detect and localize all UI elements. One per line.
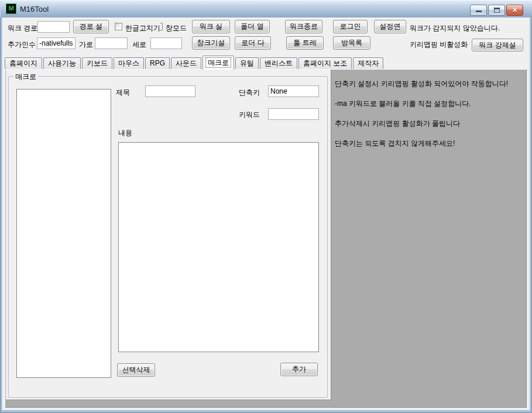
keyword-input[interactable] bbox=[268, 108, 319, 120]
titlebar[interactable]: M M16Tool ✕ bbox=[0, 0, 532, 18]
height-input[interactable] bbox=[150, 37, 182, 49]
caption-buttons: ✕ bbox=[469, 5, 523, 16]
extra-args-input[interactable] bbox=[37, 37, 75, 49]
content-textarea[interactable] bbox=[118, 142, 319, 352]
content-label: 내용 bbox=[118, 128, 132, 138]
work-status-text: 워크가 감지되지 않았습니다. bbox=[410, 23, 500, 33]
minimize-button[interactable] bbox=[470, 5, 487, 16]
help-line-1: 단축키 설정시 키리맵핑 활성화 되어있어야 작동합니다! bbox=[335, 79, 522, 89]
width-label: 가로 bbox=[79, 40, 93, 50]
title-input[interactable] bbox=[145, 85, 195, 97]
tab-rpg[interactable]: RPG bbox=[145, 57, 170, 69]
hotkey-input[interactable] bbox=[268, 85, 319, 97]
settings-button[interactable]: 설정연 bbox=[374, 20, 406, 33]
close-icon: ✕ bbox=[507, 6, 523, 14]
tab-keyboard[interactable]: 키보드 bbox=[82, 57, 112, 69]
maximize-button[interactable] bbox=[488, 5, 505, 16]
tab-sound[interactable]: 사운드 bbox=[171, 57, 201, 69]
tab-mouse[interactable]: 마우스 bbox=[114, 57, 144, 69]
keymap-status-text: 키리맵핑 비활성화 bbox=[410, 40, 468, 50]
macro-tab-page: 매크로 제목 단축키 키워드 내용 선택삭제 추가 단축키 설정시 키리맵핑 활… bbox=[5, 69, 527, 408]
clipped-checkbox[interactable] bbox=[160, 23, 163, 30]
hotkey-label: 단축키 bbox=[239, 88, 260, 98]
help-line-4: 단축키는 되도록 겹치지 않게해주세요! bbox=[335, 139, 522, 149]
delete-selected-button[interactable]: 선택삭제 bbox=[117, 363, 155, 377]
height-label: 세로 bbox=[132, 40, 146, 50]
tab-util[interactable]: 유틸 bbox=[235, 57, 259, 69]
help-line-3: 추가삭제시 키리맵핑 활성화가 풀립니다 bbox=[335, 119, 522, 129]
loader-button[interactable]: 로더 다 bbox=[235, 36, 271, 50]
work-path-label: 워크 경로 bbox=[8, 23, 37, 33]
macro-list[interactable] bbox=[16, 89, 111, 378]
hangul-fix-checkbox[interactable] bbox=[115, 23, 122, 30]
macro-group-label: 매크로 bbox=[13, 72, 38, 82]
path-set-button[interactable]: 경로 설 bbox=[73, 20, 109, 33]
width-input[interactable] bbox=[95, 37, 128, 49]
window-title: M16Tool bbox=[20, 5, 49, 13]
folder-open-button[interactable]: 폴더 열 bbox=[235, 20, 270, 33]
tab-banlist[interactable]: 밴리스트 bbox=[260, 57, 297, 69]
add-button[interactable]: 추가 bbox=[280, 363, 318, 376]
work-path-input[interactable] bbox=[37, 21, 70, 33]
hangul-fix-label: 한글고치기 bbox=[125, 23, 160, 33]
keyword-label: 키워드 bbox=[239, 110, 260, 120]
work-exit-button[interactable]: 워크종료 bbox=[285, 20, 322, 33]
macro-help-text: 단축키 설정시 키리맵핑 활성화 되어있어야 작동합니다! -ma 키워드로 불… bbox=[335, 79, 522, 159]
app-icon: M bbox=[6, 4, 16, 14]
help-line-2: -ma 키워드로 불러올 키를 직접 설정합니다. bbox=[335, 99, 522, 109]
title-label: 제목 bbox=[116, 88, 130, 98]
tab-homepage[interactable]: 홈페이지 bbox=[5, 57, 42, 69]
minimize-icon bbox=[476, 11, 482, 12]
app-window: M M16Tool ✕ 워크 경로 경로 설 한글고치기 창모드 워크 실 폴더… bbox=[0, 0, 532, 413]
window-mode-label: 창모드 bbox=[166, 23, 187, 33]
tab-features[interactable]: 사용기능 bbox=[43, 57, 81, 69]
maximize-icon bbox=[494, 8, 500, 13]
work-run-button[interactable]: 워크 실 bbox=[192, 20, 230, 33]
work-force-button[interactable]: 워크 강제설 bbox=[472, 39, 523, 51]
tool-tray-button[interactable]: 툴 트레 bbox=[286, 36, 324, 50]
client-area: 워크 경로 경로 설 한글고치기 창모드 워크 실 폴더 열 워크종료 로그인 … bbox=[2, 18, 530, 410]
macro-panel: 매크로 제목 단축키 키워드 내용 선택삭제 추가 bbox=[6, 70, 331, 400]
window-size-button[interactable]: 창크기설 bbox=[192, 36, 230, 50]
tab-strip: 홈페이지 사용기능 키보드 마우스 RPG 사운드 매크로 유틸 밴리스트 홈페… bbox=[5, 55, 385, 69]
login-button[interactable]: 로그인 bbox=[333, 20, 368, 33]
tab-author[interactable]: 제작자 bbox=[353, 57, 383, 69]
tab-homepage-aux[interactable]: 홈페이지 보조 bbox=[298, 57, 352, 69]
extra-args-label: 추가인수 bbox=[8, 40, 36, 50]
tab-macro-label: 매크로 bbox=[205, 57, 231, 68]
room-list-button[interactable]: 방목록 bbox=[333, 36, 370, 50]
close-button[interactable]: ✕ bbox=[506, 5, 523, 16]
tab-macro[interactable]: 매크로 bbox=[202, 56, 234, 70]
